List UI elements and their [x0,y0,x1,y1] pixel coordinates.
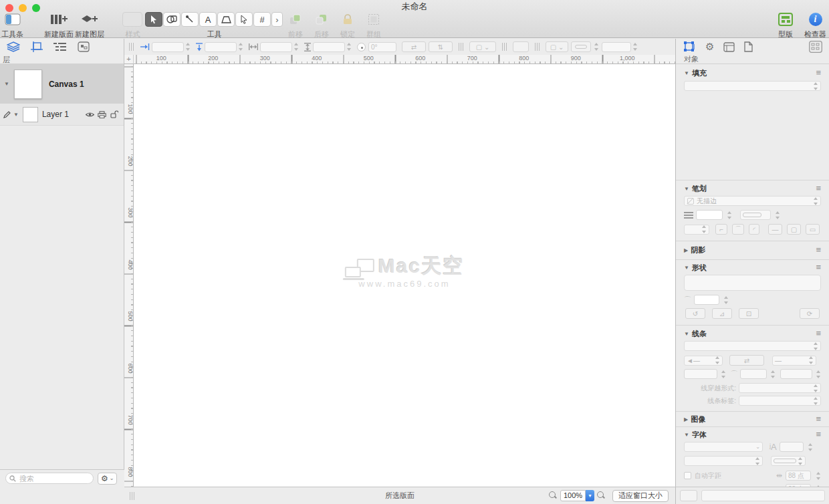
line-end-arrow-dropdown[interactable]: — [772,356,816,366]
stroke-width-well[interactable] [571,41,591,52]
group-button[interactable]: 群组 [366,11,381,39]
outline-tab-icon[interactable] [53,42,67,51]
shape-subtract-button[interactable]: ⊿ [712,308,732,319]
stroke-size-field[interactable] [602,42,631,52]
selection-tool-button[interactable] [145,12,162,27]
fill-section-header[interactable]: ▼ 填充 ≡ [676,68,829,78]
font-size-stepper[interactable] [808,443,813,452]
y-stepper[interactable] [238,42,243,51]
layer-unlock-icon[interactable] [110,110,118,118]
corner-square-button[interactable]: ⌐ [715,224,727,235]
x-stepper[interactable] [185,42,191,51]
line-jump-stepper[interactable] [816,370,821,379]
shadow-menu-icon[interactable]: ≡ [816,247,821,253]
canvas-row[interactable]: ▼ Canvas 1 [0,64,124,104]
flip-vertical-button[interactable]: ⇅ [429,41,453,52]
canvas-inspector-tab-icon[interactable] [723,42,735,52]
inspectors-button[interactable]: i 检查器 [804,11,826,39]
stroke-size-stepper[interactable] [632,42,638,51]
shape-section-header[interactable]: ▼ 形状 ≡ [676,263,829,272]
document-inspector-tab-icon[interactable] [744,41,753,52]
canvas-disclosure-icon[interactable]: ▼ [4,81,9,87]
line-width-stepper[interactable] [721,370,726,379]
corner-round-button[interactable]: ⌒ [732,224,744,235]
text-tool-button[interactable]: A [199,12,217,27]
fit-window-button[interactable]: 适应窗口大小 [612,490,669,502]
stroke-pattern-dropdown[interactable] [740,210,771,220]
search-field[interactable] [5,473,94,484]
stroke-pattern-stepper[interactable] [775,211,780,220]
stroke-width-field[interactable] [696,210,723,220]
image-menu-icon[interactable]: ≡ [816,416,821,422]
statusbar-drag-handle[interactable] [130,492,134,500]
shape-intersect-button[interactable]: ⊡ [739,308,759,319]
shape-well[interactable] [684,275,821,291]
line-radius-field[interactable] [740,369,767,379]
line-label-dropdown[interactable] [739,396,821,406]
fill-menu-icon[interactable]: ≡ [816,70,821,76]
shadow-disclosure-icon[interactable]: ▶ [684,247,688,253]
cap-square-button[interactable]: ▭ [806,224,820,235]
toolbar-toggle-button[interactable]: 工具条 [1,11,23,39]
font-menu-icon[interactable]: ≡ [816,431,821,438]
stroke-type-dropdown[interactable]: 无描边 [684,196,821,206]
inspector-grid-button[interactable] [809,41,822,53]
y-position-field[interactable] [205,42,237,52]
width-stepper[interactable] [293,42,299,51]
stroke-color-dropdown[interactable]: ▢ ⌄ [546,41,568,52]
layer-action-menu-button[interactable]: ⚙ ⌄ [98,473,117,485]
width-field[interactable] [260,42,292,52]
line-crossing-dropdown[interactable] [739,383,821,393]
image-disclosure-icon[interactable]: ▶ [684,416,688,422]
canvas-name[interactable]: Canvas 1 [49,80,84,89]
font-disclosure-icon[interactable]: ▼ [684,432,689,438]
corner-bevel-button[interactable]: ◜ [749,224,759,235]
line-tool-button[interactable] [181,12,199,27]
stroke-width-stepper2[interactable] [727,211,732,220]
shape-union-button[interactable]: ↺ [685,308,705,319]
pen-drag-handle[interactable] [535,43,540,51]
x-position-field[interactable] [152,42,184,52]
lines-menu-icon[interactable]: ≡ [816,330,821,337]
kerning-stepper[interactable] [816,471,821,481]
inspector-bottom-field[interactable] [701,490,825,501]
send-backward-button[interactable]: 后移 [314,11,329,39]
image-section-header[interactable]: ▶ 图像 ≡ [676,414,829,424]
layer-row[interactable]: ▼ Layer 1 [0,104,124,126]
stroke-color-dropdown2[interactable] [684,225,709,235]
stroke-section-header[interactable]: ▼ 笔划 ≡ [676,184,829,193]
font-section-header[interactable]: ▼ 字体 ≡ [676,430,829,439]
opacity-well[interactable] [513,41,529,52]
line-jump-field[interactable] [780,369,812,379]
new-canvas-button[interactable]: 新建版面 [44,11,74,39]
corner-radius-field[interactable] [694,295,719,305]
layer-name[interactable]: Layer 1 [42,110,69,119]
layer-disclosure-icon[interactable]: ▼ [13,112,19,118]
search-input[interactable] [18,474,85,483]
cap-butt-button[interactable]: — [768,224,782,235]
layer-print-icon[interactable] [98,111,106,118]
lines-disclosure-icon[interactable]: ▼ [684,331,689,337]
fill-type-dropdown[interactable] [684,81,821,91]
kerning-field[interactable]: 88 点 [786,471,811,481]
style-well[interactable]: 样式 [122,11,143,39]
inspector-bottom-button[interactable] [680,490,697,501]
stroke-disclosure-icon[interactable]: ▼ [684,186,689,192]
stroke-drag-handle[interactable] [502,43,507,51]
cap-round-button[interactable]: ▢ [787,224,801,235]
rotation-field[interactable]: 0° [368,42,396,52]
shape-menu-icon[interactable]: ≡ [816,264,821,271]
properties-inspector-tab-icon[interactable]: ⚙ [705,42,714,51]
fill-drag-handle[interactable] [459,43,463,51]
shape-disclosure-icon[interactable]: ▼ [684,265,689,271]
flip-horizontal-button[interactable]: ⇄ [402,41,426,52]
line-width-field[interactable] [684,369,717,379]
font-stroke-dropdown[interactable] [771,456,806,466]
font-size-field[interactable] [780,442,804,452]
height-stepper[interactable] [346,42,352,51]
swap-arrows-button[interactable]: ⇄ [729,355,764,366]
zoom-in-icon[interactable] [597,491,606,500]
height-field[interactable] [313,42,345,52]
more-tools-button[interactable]: › [271,12,283,27]
layers-tab-icon[interactable] [7,41,20,52]
